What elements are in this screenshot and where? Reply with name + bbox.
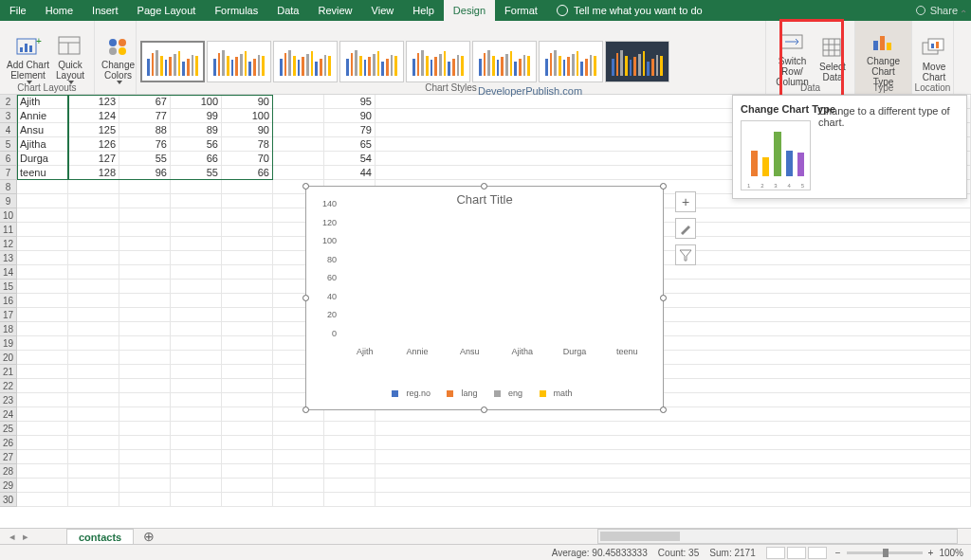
cell[interactable] xyxy=(17,308,68,322)
cell[interactable]: 66 xyxy=(171,152,222,166)
cell[interactable] xyxy=(222,479,273,493)
cell[interactable] xyxy=(119,351,171,365)
cell[interactable] xyxy=(171,336,222,351)
row-header[interactable]: 24 xyxy=(0,407,17,422)
cell[interactable] xyxy=(119,379,171,393)
tab-data[interactable]: Data xyxy=(267,0,308,21)
cell[interactable] xyxy=(222,336,273,351)
cell[interactable] xyxy=(273,464,324,479)
cell[interactable]: 89 xyxy=(171,123,222,137)
cell[interactable] xyxy=(222,194,273,208)
cell[interactable]: 44 xyxy=(324,166,376,180)
cell[interactable]: 126 xyxy=(68,137,119,152)
row-header[interactable]: 13 xyxy=(0,251,17,265)
cell[interactable] xyxy=(119,180,171,194)
cell[interactable]: 70 xyxy=(222,152,273,166)
cell[interactable]: 99 xyxy=(171,109,222,123)
chart-plot-area[interactable] xyxy=(339,213,653,343)
zoom-slider[interactable] xyxy=(847,551,923,554)
row-header[interactable]: 23 xyxy=(0,393,17,407)
cell[interactable] xyxy=(119,308,171,322)
cell[interactable] xyxy=(68,237,119,251)
cell[interactable] xyxy=(119,294,171,308)
collapse-ribbon-icon[interactable]: ⌃ xyxy=(960,9,967,19)
cell[interactable]: Ajitha xyxy=(17,137,68,152)
embedded-chart[interactable]: Chart Title 020406080100120140 AjithAnni… xyxy=(305,186,664,410)
row-header[interactable]: 9 xyxy=(0,194,17,208)
row-header[interactable]: 18 xyxy=(0,322,17,336)
cell[interactable] xyxy=(171,464,222,479)
tab-design[interactable]: Design xyxy=(444,0,495,21)
cell[interactable]: 125 xyxy=(68,123,119,137)
zoom-in-button[interactable]: + xyxy=(928,548,934,558)
cell[interactable] xyxy=(222,208,273,223)
cell[interactable] xyxy=(17,194,68,208)
cell[interactable] xyxy=(171,365,222,379)
cell[interactable] xyxy=(273,493,324,507)
cell[interactable] xyxy=(273,450,324,464)
cell[interactable] xyxy=(68,422,119,436)
cell[interactable] xyxy=(171,237,222,251)
row-header[interactable]: 25 xyxy=(0,422,17,436)
cell[interactable] xyxy=(171,422,222,436)
cell[interactable] xyxy=(222,436,273,450)
change-chart-type-button[interactable]: Change Chart Type xyxy=(859,27,907,89)
cell[interactable] xyxy=(222,351,273,365)
chart-style-thumb-3[interactable] xyxy=(273,41,338,82)
cell[interactable] xyxy=(376,450,971,464)
cell[interactable] xyxy=(17,251,68,265)
cell[interactable] xyxy=(171,223,222,237)
cell[interactable] xyxy=(119,493,171,507)
cell[interactable] xyxy=(68,493,119,507)
cell[interactable] xyxy=(171,493,222,507)
row-header[interactable]: 27 xyxy=(0,450,17,464)
row-header[interactable]: 21 xyxy=(0,365,17,379)
cell[interactable] xyxy=(68,180,119,194)
cell[interactable]: 88 xyxy=(119,123,171,137)
cell[interactable]: 100 xyxy=(222,109,273,123)
cell[interactable]: 67 xyxy=(119,95,171,109)
cell[interactable] xyxy=(171,436,222,450)
cell[interactable] xyxy=(17,322,68,336)
chart-styles-button[interactable] xyxy=(675,218,696,239)
cell[interactable] xyxy=(68,294,119,308)
row-header[interactable]: 5 xyxy=(0,137,17,152)
row-header[interactable]: 17 xyxy=(0,308,17,322)
cell[interactable] xyxy=(68,265,119,280)
row-header[interactable]: 2 xyxy=(0,95,17,109)
cell[interactable] xyxy=(119,208,171,223)
cell[interactable] xyxy=(222,393,273,407)
zoom-control[interactable]: − + 100% xyxy=(835,548,963,558)
cell[interactable] xyxy=(68,251,119,265)
cell[interactable] xyxy=(119,194,171,208)
cell[interactable] xyxy=(68,464,119,479)
cell[interactable] xyxy=(222,493,273,507)
cell[interactable] xyxy=(171,379,222,393)
cell[interactable] xyxy=(171,407,222,422)
horizontal-scrollbar[interactable] xyxy=(597,529,958,544)
cell[interactable] xyxy=(222,464,273,479)
cell[interactable] xyxy=(17,450,68,464)
cell[interactable] xyxy=(222,294,273,308)
tab-formulas[interactable]: Formulas xyxy=(205,0,267,21)
row-header[interactable]: 16 xyxy=(0,294,17,308)
cell[interactable] xyxy=(68,379,119,393)
cell[interactable]: 76 xyxy=(119,137,171,152)
cell[interactable] xyxy=(273,137,324,152)
cell[interactable] xyxy=(68,336,119,351)
chart-style-thumb-1[interactable] xyxy=(140,41,205,82)
tab-file[interactable]: File xyxy=(0,0,36,21)
cell[interactable] xyxy=(68,194,119,208)
cell[interactable] xyxy=(222,251,273,265)
tab-insert[interactable]: Insert xyxy=(82,0,128,21)
tab-page-layout[interactable]: Page Layout xyxy=(128,0,206,21)
cell[interactable] xyxy=(17,407,68,422)
cell[interactable] xyxy=(17,208,68,223)
move-chart-button[interactable]: Move Chart xyxy=(916,33,952,84)
sheet-tab-contacts[interactable]: contacts xyxy=(66,529,134,545)
row-header[interactable]: 28 xyxy=(0,464,17,479)
cell[interactable] xyxy=(119,479,171,493)
tab-review[interactable]: Review xyxy=(308,0,361,21)
cell[interactable] xyxy=(273,123,324,137)
row-header[interactable]: 14 xyxy=(0,265,17,280)
